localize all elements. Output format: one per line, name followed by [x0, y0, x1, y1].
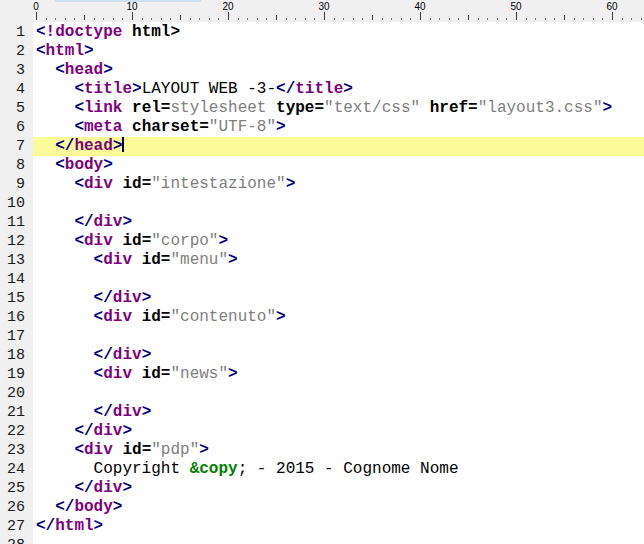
token-brk: </	[94, 403, 113, 421]
token-brk: >	[84, 42, 94, 60]
line-number[interactable]: 28	[0, 536, 33, 544]
ruler-tick	[314, 18, 315, 20]
line-number[interactable]: 2	[0, 42, 33, 61]
line-number[interactable]: 10	[0, 194, 33, 213]
line-number[interactable]: 9	[0, 175, 33, 194]
line-number[interactable]: 8	[0, 156, 33, 175]
code-line[interactable]: <meta charset="UTF-8">	[33, 118, 644, 137]
token-brk: <	[94, 251, 104, 269]
code-line[interactable]: <div id="menu">	[33, 251, 644, 270]
line-number-gutter[interactable]: 1234567891011121314151617181920212223242…	[0, 22, 33, 544]
token-brk: <	[74, 99, 84, 117]
token-brk: </	[94, 346, 113, 364]
line-number[interactable]: 11	[0, 213, 33, 232]
code-line[interactable]: </html>	[33, 517, 644, 536]
code-line[interactable]: </div>	[33, 289, 644, 308]
line-number[interactable]: 12	[0, 232, 33, 251]
ruler-tick	[84, 15, 85, 20]
code-line[interactable]	[33, 536, 644, 544]
line-number[interactable]: 5	[0, 99, 33, 118]
line-number[interactable]: 16	[0, 308, 33, 327]
token-txt	[36, 175, 74, 193]
token-brk: <	[74, 80, 84, 98]
token-brk: <	[74, 441, 84, 459]
token-tag: head	[65, 61, 103, 79]
token-tag: html	[55, 517, 93, 535]
code-line[interactable]: <html>	[33, 42, 644, 61]
token-tag: div	[113, 289, 142, 307]
line-number[interactable]: 20	[0, 384, 33, 403]
ruler-tick	[574, 18, 575, 20]
token-txt	[36, 441, 74, 459]
line-number[interactable]: 22	[0, 422, 33, 441]
ruler-tick	[564, 15, 565, 20]
line-number[interactable]: 15	[0, 289, 33, 308]
token-ent: &copy	[190, 460, 238, 478]
code-line[interactable]: <link rel=stylesheet type="text/css" hre…	[33, 99, 644, 118]
ruler-tick	[334, 18, 335, 20]
code-line[interactable]	[33, 270, 644, 289]
ruler-tick	[199, 18, 200, 20]
token-brk: >	[113, 137, 123, 155]
code-line[interactable]: </div>	[33, 422, 644, 441]
line-number[interactable]: 24	[0, 460, 33, 479]
token-brk: <	[94, 308, 104, 326]
line-number[interactable]: 7	[0, 137, 33, 156]
token-brk: >	[132, 80, 142, 98]
code-line[interactable]: <head>	[33, 61, 644, 80]
token-brk: </	[74, 213, 93, 231]
code-line[interactable]	[33, 327, 644, 346]
token-txt	[36, 422, 74, 440]
code-line[interactable]	[33, 384, 644, 403]
token-attr: id=	[113, 175, 151, 193]
line-number[interactable]: 3	[0, 61, 33, 80]
code-line-active[interactable]: </head>	[33, 137, 644, 156]
line-number[interactable]: 6	[0, 118, 33, 137]
code-line[interactable]: <div id="corpo">	[33, 232, 644, 251]
code-line[interactable]: <div id="news">	[33, 365, 644, 384]
code-line[interactable]: </div>	[33, 346, 644, 365]
ruler-tick	[209, 18, 210, 20]
code-line[interactable]: <div id="pdp">	[33, 441, 644, 460]
line-number[interactable]: 23	[0, 441, 33, 460]
code-line[interactable]	[33, 194, 644, 213]
token-attr: id=	[132, 251, 170, 269]
code-line[interactable]: Copyright &copy; - 2015 - Cognome Nome	[33, 460, 644, 479]
token-brk: <	[55, 61, 65, 79]
token-tag: div	[84, 441, 113, 459]
line-number[interactable]: 14	[0, 270, 33, 289]
code-line[interactable]: <title>LAYOUT WEB -3-</title>	[33, 80, 644, 99]
line-number[interactable]: 18	[0, 346, 33, 365]
token-tag: title	[84, 80, 132, 98]
ruler-tick	[535, 18, 536, 20]
line-number[interactable]: 21	[0, 403, 33, 422]
line-number[interactable]: 27	[0, 517, 33, 536]
ruler-label: 10	[126, 1, 137, 12]
code-line[interactable]: </div>	[33, 403, 644, 422]
line-number[interactable]: 25	[0, 479, 33, 498]
line-number[interactable]: 26	[0, 498, 33, 517]
token-txt	[36, 251, 94, 269]
token-brk: >	[103, 156, 113, 174]
code-text-area[interactable]: <!doctype html><html> <head> <title>LAYO…	[33, 22, 644, 544]
ruler-tick	[94, 18, 95, 20]
token-attr: id=	[132, 308, 170, 326]
ruler-label: 60	[606, 1, 617, 12]
token-tag: body	[74, 498, 112, 516]
code-line[interactable]: <body>	[33, 156, 644, 175]
code-line[interactable]: </body>	[33, 498, 644, 517]
line-number[interactable]: 1	[0, 23, 33, 42]
token-val: "text/css"	[324, 99, 420, 117]
token-val: "UTF-8"	[209, 118, 276, 136]
line-number[interactable]: 13	[0, 251, 33, 270]
code-line[interactable]: </div>	[33, 479, 644, 498]
token-tag: div	[103, 365, 132, 383]
code-line[interactable]: <div id="contenuto">	[33, 308, 644, 327]
code-line[interactable]: <div id="intestazione">	[33, 175, 644, 194]
line-number[interactable]: 17	[0, 327, 33, 346]
line-number[interactable]: 19	[0, 365, 33, 384]
code-line[interactable]: </div>	[33, 213, 644, 232]
line-number[interactable]: 4	[0, 80, 33, 99]
code-line[interactable]: <!doctype html>	[33, 23, 644, 42]
ruler-tick	[410, 18, 411, 20]
